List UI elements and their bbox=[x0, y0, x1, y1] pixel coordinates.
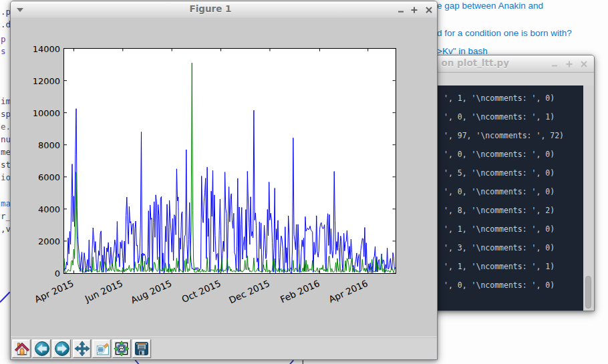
toolbar-back-button[interactable] bbox=[32, 339, 51, 358]
terminal-scrollbar[interactable] bbox=[583, 85, 594, 311]
toolbar-home-button[interactable] bbox=[12, 339, 31, 358]
y-tick-label: 6000 bbox=[38, 173, 60, 182]
figure-maximize-button[interactable] bbox=[407, 1, 422, 18]
terminal-maximize-button[interactable] bbox=[562, 55, 577, 72]
axis-tick-marks bbox=[64, 49, 396, 273]
x-tick-label: Jun 2015 bbox=[83, 278, 124, 305]
terminal-close-button[interactable] bbox=[577, 55, 591, 72]
toolbar-zoom-button[interactable] bbox=[92, 339, 111, 358]
terminal-screen[interactable]: ', 1, '\ncomments: ', 0) ', 0, '\ncommen… bbox=[428, 85, 583, 311]
plot-lines: Apr 2015Jun 2015Aug 2015Oct 2015Dec 2015… bbox=[11, 18, 438, 338]
toolbar-pan-button[interactable] bbox=[73, 339, 92, 358]
terminal-minimize-button[interactable] bbox=[547, 55, 562, 72]
x-tick-label: Apr 2016 bbox=[327, 278, 369, 305]
window-menu-icon[interactable] bbox=[13, 1, 27, 18]
terminal-scrollbar-thumb[interactable] bbox=[585, 276, 591, 309]
x-tick-label: Oct 2015 bbox=[180, 278, 222, 305]
terminal-title: on plot_ltt.py bbox=[442, 57, 509, 68]
y-tick-label: 4000 bbox=[38, 205, 60, 214]
figure-toolbar bbox=[11, 337, 437, 359]
figure-window-title: Figure 1 bbox=[189, 3, 231, 14]
y-tick-label: 12000 bbox=[33, 77, 60, 85]
x-tick-label: Aug 2015 bbox=[129, 278, 173, 306]
terminal-titlebar[interactable]: on plot_ltt.py bbox=[428, 55, 594, 73]
y-tick-label: 8000 bbox=[38, 141, 60, 150]
figure-window[interactable]: Figure 1 Apr 2015Jun 2015Aug 2015Oct 201… bbox=[10, 1, 438, 360]
y-tick-label: 2000 bbox=[38, 237, 60, 246]
y-tick-label: 0 bbox=[55, 269, 60, 278]
toolbar-subplots-button[interactable] bbox=[112, 339, 131, 358]
series-questions bbox=[64, 109, 396, 273]
x-tick-label: Apr 2015 bbox=[33, 278, 75, 305]
figure-close-button[interactable] bbox=[422, 1, 436, 18]
figure-canvas[interactable]: Apr 2015Jun 2015Aug 2015Oct 2015Dec 2015… bbox=[11, 18, 437, 337]
toolbar-forward-button[interactable] bbox=[52, 339, 71, 358]
terminal-output: ', 1, '\ncomments: ', 0) ', 0, '\ncommen… bbox=[444, 89, 564, 295]
x-tick-label: Feb 2016 bbox=[279, 278, 321, 305]
y-tick-label: 14000 bbox=[33, 45, 60, 53]
terminal-window[interactable]: on plot_ltt.py ', 1, '\ncomments: ', 0) … bbox=[428, 55, 595, 311]
series-comments bbox=[64, 63, 396, 272]
y-tick-label: 10000 bbox=[33, 109, 60, 118]
figure-minimize-button[interactable] bbox=[394, 1, 408, 18]
toolbar-save-button[interactable] bbox=[132, 339, 151, 358]
figure-titlebar[interactable]: Figure 1 bbox=[11, 1, 437, 19]
x-tick-label: Dec 2015 bbox=[227, 278, 271, 306]
